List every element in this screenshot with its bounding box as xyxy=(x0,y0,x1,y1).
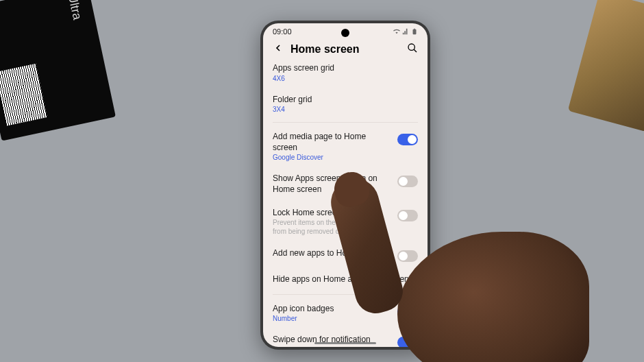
product-box-brand: Galaxy S25 Ultra xyxy=(51,0,84,21)
setting-folder-grid[interactable]: Folder grid 3X4 xyxy=(273,88,418,120)
hand xyxy=(329,136,589,362)
chevron-left-icon xyxy=(273,43,284,53)
search-icon xyxy=(407,43,418,53)
camera-hole xyxy=(341,29,349,37)
barcode xyxy=(0,64,47,126)
setting-apps-screen-grid[interactable]: Apps screen grid 4X6 xyxy=(273,63,418,88)
svg-point-0 xyxy=(408,44,414,50)
page-title: Home screen xyxy=(290,43,400,56)
status-time: 09:00 xyxy=(273,27,292,36)
signal-icon xyxy=(402,28,409,35)
wooden-object xyxy=(568,0,644,132)
divider xyxy=(273,122,418,123)
back-button[interactable] xyxy=(273,43,284,56)
search-button[interactable] xyxy=(407,43,418,56)
settings-header: Home screen xyxy=(263,38,428,63)
battery-icon xyxy=(411,28,418,35)
setting-value: 3X4 xyxy=(273,106,418,113)
product-box: Galaxy S25 Ultra xyxy=(0,0,116,141)
setting-title: Folder grid xyxy=(273,95,418,106)
setting-title: Apps screen grid xyxy=(273,63,418,74)
wifi-icon xyxy=(393,28,400,35)
setting-value: 4X6 xyxy=(273,75,418,82)
status-icons xyxy=(393,28,418,35)
